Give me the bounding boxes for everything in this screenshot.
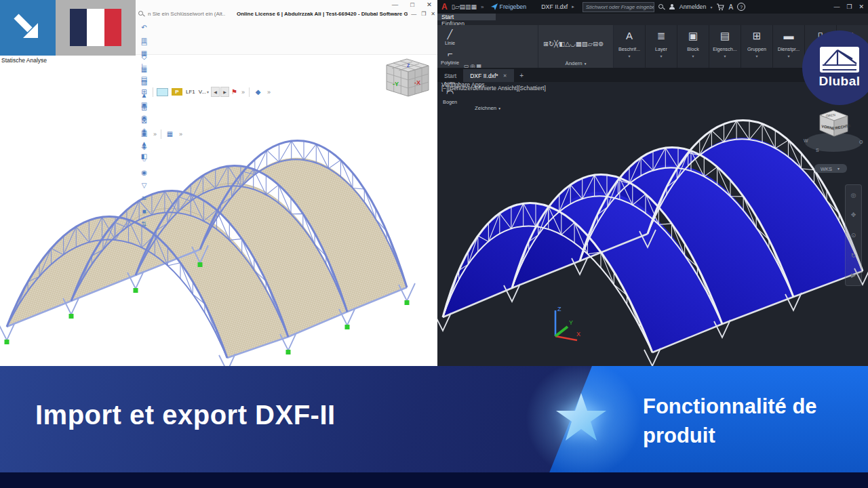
toolbar-icon[interactable]: ⇅ xyxy=(138,218,151,230)
toolbar-icon[interactable]: ◇ xyxy=(138,50,151,63)
modify-tool-button[interactable]: ⊚ xyxy=(598,40,604,47)
modify-tool-button[interactable]: △ xyxy=(565,40,570,47)
doc-tab-active[interactable]: DXF II.dxf* ✕ xyxy=(463,69,513,82)
autocad-app-icon[interactable]: A xyxy=(441,2,448,12)
chevron-down-icon[interactable]: ▾ xyxy=(710,5,712,9)
new-tab-button[interactable]: + xyxy=(517,70,527,81)
toolbar-icon[interactable]: ⊠ xyxy=(138,115,151,127)
qat-icon[interactable]: ▱ xyxy=(455,3,460,10)
motion-icon[interactable]: ▶ xyxy=(851,272,856,279)
modify-tool-button[interactable]: ⊟ xyxy=(593,40,598,47)
viewcube[interactable]: W S O OBEN VORNE RECHTS WKS ▾ xyxy=(800,108,867,180)
toolbar-icon[interactable]: ▲ xyxy=(138,89,151,102)
draw-tool-button[interactable]: ⌐ Polylinie xyxy=(439,46,461,66)
star-icon xyxy=(555,392,608,445)
rfem-window-title: Online License 6 | Abdulrzzak Ali | Test… xyxy=(237,11,408,17)
draw-tool-button[interactable]: ╱ Linie xyxy=(439,26,461,46)
qat-icon[interactable]: ▥ xyxy=(465,3,471,10)
help-icon[interactable]: ? xyxy=(737,3,745,11)
draw-tool-button[interactable]: ◠ Bogen xyxy=(439,85,461,105)
modify-tool-button[interactable]: ◧ xyxy=(559,40,565,47)
mdi-restore-button[interactable]: ❐ xyxy=(421,11,426,17)
toolbar-icon[interactable]: ◈ xyxy=(138,140,151,153)
modify-tool-button[interactable]: ▦ xyxy=(576,40,582,47)
search-icon[interactable] xyxy=(138,11,144,17)
toolbar-icon[interactable]: ⊞ xyxy=(138,102,151,115)
toolbar-icon[interactable]: ↶ xyxy=(138,21,151,34)
ribbon-tab[interactable]: Start xyxy=(437,14,496,20)
toolbar-icon[interactable]: ■ xyxy=(138,205,151,218)
toolbar-icon[interactable]: ○ xyxy=(138,153,151,166)
toolbar-overflow[interactable]: » xyxy=(153,131,157,138)
qat-overflow[interactable]: » xyxy=(481,4,484,10)
share-button[interactable]: Freigeben xyxy=(491,3,527,10)
toolbar-icon[interactable]: ◉ xyxy=(138,166,151,179)
close-button[interactable]: ✕ xyxy=(859,3,864,10)
tool-icon: ⌐ xyxy=(448,49,453,59)
ribbon-big-button[interactable]: ≣ Layer ▾ xyxy=(646,25,677,68)
modify-tool-button[interactable]: ▧ xyxy=(582,40,588,47)
panel-title-modify[interactable]: Ändern ▾ xyxy=(538,59,613,68)
help-search-input[interactable]: Stichwort oder Frage eingeben xyxy=(583,2,654,12)
mdi-minimize-button[interactable]: — xyxy=(411,11,416,17)
restore-button[interactable]: ❐ xyxy=(846,3,852,10)
keyword-search-input[interactable]: n Sie ein Schlüsselwort ein (Alt... xyxy=(148,11,225,17)
toolbar-icon[interactable]: ▨ xyxy=(138,76,151,89)
toolbar-icon[interactable]: ▭ xyxy=(138,37,151,50)
modify-tool-button[interactable]: ⊞ xyxy=(543,40,549,47)
ucs-axes-icon: Z Y X xyxy=(539,304,583,344)
wcs-selector[interactable]: WKS xyxy=(821,166,832,172)
chevron-down-icon[interactable]: ▾ xyxy=(755,54,757,58)
chevron-down-icon[interactable]: ▾ xyxy=(787,54,789,58)
document-title: DXF II.dxf xyxy=(541,3,568,10)
chevron-down-icon[interactable]: ▾ xyxy=(692,54,694,58)
zoom-icon[interactable]: ⊙ xyxy=(851,232,856,239)
orbit-icon[interactable]: ↻ xyxy=(851,252,856,259)
close-button[interactable]: ✕ xyxy=(427,1,432,8)
minimize-button[interactable]: — xyxy=(392,1,399,8)
navigation-bar[interactable]: ◎ ✥ ⊙ ↻ ▶ xyxy=(845,184,862,286)
chevron-down-icon: ▾ xyxy=(498,106,500,110)
chevron-down-icon[interactable]: ▾ xyxy=(628,54,630,58)
quick-access-toolbar: ▯▱▤▥▦ xyxy=(452,3,477,10)
chevron-down-icon[interactable]: ▾ xyxy=(660,54,662,58)
app-store-cart-icon[interactable] xyxy=(716,3,724,11)
mdi-close-button[interactable]: ✕ xyxy=(431,11,435,17)
mdi-window-controls: — ❐ ✕ xyxy=(411,11,435,17)
pan-icon[interactable]: ✥ xyxy=(851,211,856,218)
compass-south[interactable]: S xyxy=(816,148,819,152)
chevron-down-icon[interactable]: ▾ xyxy=(724,54,726,58)
sign-in-button[interactable]: Anmelden xyxy=(679,3,707,10)
modify-tool-button[interactable]: ◡ xyxy=(570,40,576,47)
paper-plane-icon xyxy=(491,3,498,10)
ribbon-big-button[interactable]: ▬ Dienstpr... ▾ xyxy=(773,25,805,68)
compass-west[interactable]: W xyxy=(804,138,808,143)
toolbar-icon[interactable]: ▦ xyxy=(163,127,176,140)
axis-x-label: X xyxy=(576,331,580,338)
title-caret[interactable]: ▸ xyxy=(572,4,574,9)
minimize-button[interactable]: — xyxy=(833,3,840,10)
modify-tool-button[interactable]: ▱ xyxy=(588,40,593,47)
steering-wheel-icon[interactable]: ◎ xyxy=(851,192,856,199)
modify-tool-button[interactable]: ↻ xyxy=(549,40,554,47)
compass-east[interactable]: O xyxy=(859,140,863,144)
maximize-button[interactable]: □ xyxy=(410,1,414,8)
search-icon[interactable] xyxy=(658,4,665,10)
dlubal-truss-icon xyxy=(820,47,859,73)
ribbon-big-button[interactable]: ▤ Eigensch... ▾ xyxy=(709,25,741,68)
toolbar-overflow[interactable]: » xyxy=(179,131,182,138)
close-tab-icon[interactable]: ✕ xyxy=(503,73,507,79)
dlubal-logo-text: Dlubal xyxy=(818,74,860,89)
ribbon-big-button[interactable]: ⊞ Gruppen ▾ xyxy=(741,25,773,68)
qat-icon[interactable]: ▦ xyxy=(471,3,477,10)
panel-title-draw[interactable]: Zeichnen ▾ xyxy=(437,105,538,111)
toolbar-icon[interactable]: ▣ xyxy=(138,127,151,140)
toolbar-icon[interactable]: ≋ xyxy=(138,192,151,205)
toolbar-icon[interactable]: ▽ xyxy=(138,179,151,192)
ribbon-big-button[interactable]: A Beschrif... ▾ xyxy=(614,25,646,68)
ribbon-big-button[interactable]: ▣ Block ▾ xyxy=(677,25,709,68)
autodesk-a-tool[interactable]: A xyxy=(728,3,733,11)
toolbar-icon[interactable]: ▦ xyxy=(138,63,151,76)
doc-tab-start[interactable]: Start xyxy=(437,69,463,82)
qat-icon[interactable]: ▤ xyxy=(460,3,466,10)
